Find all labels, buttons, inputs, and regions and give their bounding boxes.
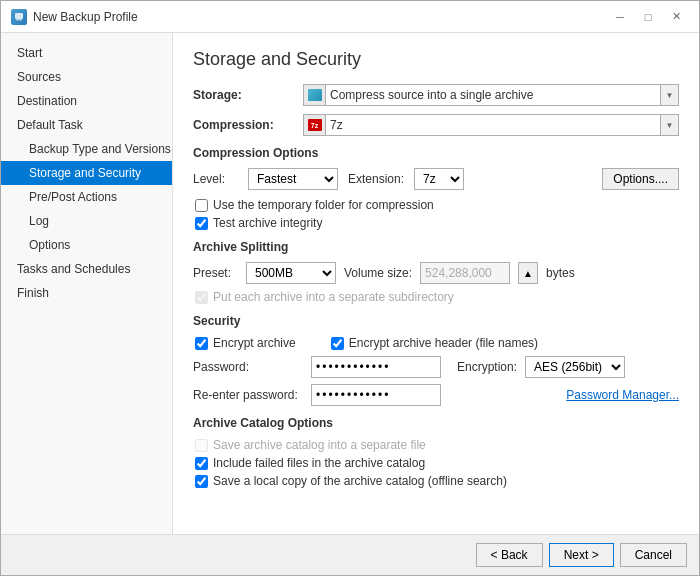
close-button[interactable]: ✕ <box>663 7 689 27</box>
sidebar-item-pre-post[interactable]: Pre/Post Actions <box>1 185 172 209</box>
sidebar-item-default-task[interactable]: Default Task <box>1 113 172 137</box>
password-input[interactable] <box>311 356 441 378</box>
sidebar-item-tasks-schedules[interactable]: Tasks and Schedules <box>1 257 172 281</box>
volume-input[interactable]: 524,288,000 <box>420 262 510 284</box>
maximize-button[interactable]: □ <box>635 7 661 27</box>
sidebar-item-destination[interactable]: Destination <box>1 89 172 113</box>
page-title: Storage and Security <box>193 49 679 70</box>
storage-row: Storage: Compress source into a single a… <box>193 84 679 106</box>
archive-catalog-header: Archive Catalog Options <box>193 416 679 432</box>
next-button[interactable]: Next > <box>549 543 614 567</box>
extension-select[interactable]: 7z zip <box>414 168 464 190</box>
separate-subdir-checkbox[interactable] <box>195 291 208 304</box>
svg-rect-1 <box>16 19 22 21</box>
encrypt-header-checkbox[interactable] <box>331 337 344 350</box>
compression-options-header: Compression Options <box>193 146 679 162</box>
encrypt-archive-row: Encrypt archive Encrypt archive header (… <box>193 336 679 350</box>
save-catalog-checkbox[interactable] <box>195 439 208 452</box>
main-window: New Backup Profile ─ □ ✕ Start Sources D… <box>0 0 700 576</box>
level-select[interactable]: Fastest Fast Normal Maximum <box>248 168 338 190</box>
sidebar-item-start[interactable]: Start <box>1 41 172 65</box>
compression-label: Compression: <box>193 118 303 132</box>
password-label: Password: <box>193 360 303 374</box>
cancel-button[interactable]: Cancel <box>620 543 687 567</box>
use-temp-label[interactable]: Use the temporary folder for compression <box>213 198 434 212</box>
preset-label: Preset: <box>193 266 238 280</box>
main-content: Start Sources Destination Default Task B… <box>1 33 699 534</box>
save-catalog-label: Save archive catalog into a separate fil… <box>213 438 426 452</box>
use-temp-checkbox[interactable] <box>195 199 208 212</box>
compression-row: Compression: 7z 7z ▼ <box>193 114 679 136</box>
sidebar-item-finish[interactable]: Finish <box>1 281 172 305</box>
storage-select[interactable]: Compress source into a single archive ▼ <box>303 84 679 106</box>
test-archive-row: Test archive integrity <box>193 216 679 230</box>
encrypt-header-label[interactable]: Encrypt archive header (file names) <box>349 336 538 350</box>
encrypt-archive-checkbox[interactable] <box>195 337 208 350</box>
include-failed-label[interactable]: Include failed files in the archive cata… <box>213 456 425 470</box>
test-archive-label[interactable]: Test archive integrity <box>213 216 322 230</box>
include-failed-row: Include failed files in the archive cata… <box>193 456 679 470</box>
window-title: New Backup Profile <box>33 10 138 24</box>
reenter-password-input[interactable] <box>311 384 441 406</box>
test-archive-checkbox[interactable] <box>195 217 208 230</box>
include-failed-checkbox[interactable] <box>195 457 208 470</box>
title-bar: New Backup Profile ─ □ ✕ <box>1 1 699 33</box>
security-header: Security <box>193 314 679 330</box>
back-button[interactable]: < Back <box>476 543 543 567</box>
compression-value: 7z <box>326 118 660 132</box>
compression-dropdown-arrow[interactable]: ▼ <box>660 115 678 135</box>
level-label: Level: <box>193 172 238 186</box>
sidebar-item-storage-security[interactable]: Storage and Security <box>1 161 172 185</box>
sidebar: Start Sources Destination Default Task B… <box>1 33 173 534</box>
minimize-button[interactable]: ─ <box>607 7 633 27</box>
preset-select[interactable]: 500MB 100MB 1GB Custom <box>246 262 336 284</box>
encryption-select[interactable]: AES (256bit) AES (128bit) <box>525 356 625 378</box>
save-catalog-row: Save archive catalog into a separate fil… <box>193 438 679 452</box>
volume-up-button[interactable]: ▲ <box>518 262 538 284</box>
encryption-label: Encryption: <box>457 360 517 374</box>
volume-label: Volume size: <box>344 266 412 280</box>
sidebar-item-sources[interactable]: Sources <box>1 65 172 89</box>
password-row: Password: Encryption: AES (256bit) AES (… <box>193 356 679 378</box>
content-area: Storage and Security Storage: Compress s… <box>173 33 699 534</box>
compression-icon: 7z <box>304 115 326 135</box>
reenter-label: Re-enter password: <box>193 388 303 402</box>
footer: < Back Next > Cancel <box>1 534 699 575</box>
save-local-copy-row: Save a local copy of the archive catalog… <box>193 474 679 488</box>
bytes-label: bytes <box>546 266 575 280</box>
extension-label: Extension: <box>348 172 404 186</box>
storage-value: Compress source into a single archive <box>326 88 660 102</box>
archive-split-row: Preset: 500MB 100MB 1GB Custom Volume si… <box>193 262 679 284</box>
sidebar-item-backup-type[interactable]: Backup Type and Versions <box>1 137 172 161</box>
password-manager-link[interactable]: Password Manager... <box>566 388 679 402</box>
storage-icon <box>304 85 326 105</box>
save-local-copy-label[interactable]: Save a local copy of the archive catalog… <box>213 474 507 488</box>
save-local-copy-checkbox[interactable] <box>195 475 208 488</box>
reenter-password-row: Re-enter password: Password Manager... <box>193 384 679 406</box>
sidebar-item-options[interactable]: Options <box>1 233 172 257</box>
compression-select[interactable]: 7z 7z ▼ <box>303 114 679 136</box>
encrypt-archive-label[interactable]: Encrypt archive <box>213 336 296 350</box>
separate-subdir-row: Put each archive into a separate subdire… <box>193 290 679 304</box>
compression-options-row: Level: Fastest Fast Normal Maximum Exten… <box>193 168 679 190</box>
sidebar-item-log[interactable]: Log <box>1 209 172 233</box>
svg-rect-0 <box>15 13 23 19</box>
app-icon <box>11 9 27 25</box>
storage-label: Storage: <box>193 88 303 102</box>
storage-dropdown-arrow[interactable]: ▼ <box>660 85 678 105</box>
use-temp-folder-row: Use the temporary folder for compression <box>193 198 679 212</box>
separate-subdir-label: Put each archive into a separate subdire… <box>213 290 454 304</box>
options-button[interactable]: Options.... <box>602 168 679 190</box>
archive-splitting-header: Archive Splitting <box>193 240 679 256</box>
